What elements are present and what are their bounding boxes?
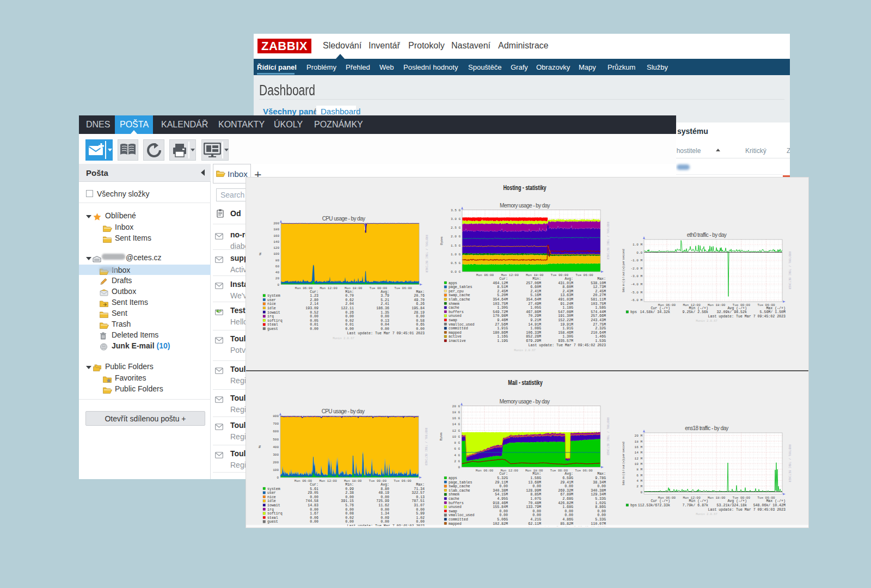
svg-text:0.02: 0.02 [345, 319, 354, 323]
svg-text:5.76: 5.76 [345, 504, 354, 507]
svg-text:133.79M: 133.79M [526, 505, 541, 509]
svg-text:354.64M: 354.64M [493, 298, 508, 302]
svg-text:600: 600 [273, 430, 279, 433]
svg-text:6.59G: 6.59G [562, 476, 573, 480]
svg-text:0.00: 0.00 [310, 327, 318, 331]
svg-text:0.58: 0.58 [416, 319, 425, 323]
svg-text:0: 0 [277, 476, 279, 480]
svg-text:787.51: 787.51 [412, 499, 425, 503]
svg-text:1.5 G: 1.5 G [451, 244, 461, 248]
svg-text:system: system [267, 294, 280, 298]
svg-text:12.73M: 12.73M [593, 285, 606, 289]
svg-text:buffers: buffers [449, 310, 464, 314]
svg-text:0.00: 0.00 [565, 513, 573, 517]
svg-text:Mon 18:00: Mon 18:00 [345, 286, 363, 290]
svg-text:9.78G: 9.78G [595, 476, 606, 480]
svg-text:Cur (-/+): Cur (-/+) [651, 307, 670, 310]
svg-text:active: active [449, 335, 462, 339]
svg-text:8.60M: 8.60M [562, 285, 573, 289]
svg-text:page_tables: page_tables [449, 285, 473, 289]
svg-text:257.66M: 257.66M [591, 314, 606, 318]
svg-text:0.00: 0.00 [416, 520, 425, 524]
svg-text:0.01: 0.01 [345, 323, 354, 327]
svg-text:-3.0 M: -3.0 M [630, 274, 642, 278]
svg-text:200: 200 [273, 461, 279, 464]
svg-text:28.19: 28.19 [414, 311, 425, 315]
svg-text:Mon 18:00: Mon 18:00 [344, 479, 362, 483]
svg-text:slab_cache: slab_cache [449, 489, 470, 493]
svg-text:12 M: 12 M [635, 457, 643, 461]
svg-text:1.53G: 1.53G [595, 339, 606, 343]
svg-text:unused: unused [449, 505, 462, 509]
svg-text:49.70: 49.70 [414, 298, 425, 302]
svg-text:swap: swap [449, 510, 457, 513]
svg-text:2.41: 2.41 [381, 302, 389, 306]
svg-text:1.58G: 1.58G [595, 306, 606, 310]
svg-text:Mon 12:00: Mon 12:00 [501, 273, 519, 277]
svg-text:0.08: 0.08 [345, 512, 354, 516]
svg-text:20: 20 [275, 277, 280, 280]
svg-text:mapped: mapped [449, 522, 462, 526]
svg-text:-1.0 M: -1.0 M [630, 259, 642, 262]
svg-text:2.38: 2.38 [345, 491, 354, 495]
svg-text:354.64M: 354.64M [526, 298, 541, 302]
svg-text:0.00: 0.00 [345, 520, 354, 524]
svg-text:71.34: 71.34 [414, 487, 425, 491]
svg-text:5.06G: 5.06G [497, 518, 508, 522]
svg-text:54.15M: 54.15M [495, 493, 508, 497]
svg-text:27.56M: 27.56M [495, 323, 508, 327]
svg-text:0.52: 0.52 [310, 311, 318, 315]
svg-text:13.68M: 13.68M [528, 481, 541, 485]
svg-text:2 M: 2 M [636, 485, 642, 488]
svg-text:91.24M: 91.24M [560, 302, 573, 306]
svg-text:1.02G: 1.02G [595, 501, 606, 505]
svg-text:Cur (-/+): Cur (-/+) [651, 499, 670, 503]
svg-text:1.56G: 1.56G [530, 476, 541, 480]
svg-text:538.10M: 538.10M [591, 281, 606, 285]
svg-text:apps: apps [449, 476, 457, 480]
svg-text:467.86M: 467.86M [526, 310, 541, 314]
svg-text:85.82M: 85.82M [560, 522, 573, 526]
svg-text:195.84: 195.84 [412, 307, 425, 310]
svg-text:5.61: 5.61 [310, 487, 318, 491]
svg-text:cache: cache [449, 497, 459, 501]
svg-text:1.34: 1.34 [381, 512, 389, 516]
svg-text:60: 60 [275, 265, 280, 268]
svg-text:0.00: 0.00 [310, 495, 318, 499]
svg-text:0.00: 0.00 [499, 485, 508, 488]
svg-text:1.18G: 1.18G [562, 306, 573, 310]
svg-text:idle: idle [267, 499, 276, 503]
svg-text:38.34M: 38.34M [593, 481, 606, 485]
svg-text:548.06k/ 10.42M: 548.06k/ 10.42M [753, 504, 786, 507]
svg-text:191.30M: 191.30M [558, 314, 573, 318]
svg-text:Last update: Tue Mar 7 09:45:: Last update: Tue Mar 7 09:45:03 2023 [708, 508, 786, 512]
svg-text:80: 80 [275, 259, 280, 262]
svg-text:1.0 G: 1.0 G [451, 253, 461, 256]
svg-text:2.5 G: 2.5 G [451, 226, 461, 230]
svg-text:40: 40 [275, 271, 280, 274]
svg-text:0.00: 0.00 [597, 485, 606, 488]
svg-text:%: % [257, 445, 261, 448]
svg-text:Hosting - statistiky: Hosting - statistiky [503, 183, 547, 191]
svg-text:27.75M: 27.75M [593, 323, 606, 327]
svg-text:1.23: 1.23 [310, 294, 318, 298]
svg-text:1.30G: 1.30G [562, 335, 573, 339]
svg-text:0.00: 0.00 [499, 510, 508, 513]
svg-text:Max:: Max: [416, 290, 425, 294]
svg-text:243.43M: 243.43M [591, 318, 606, 322]
svg-text:Cur:: Cur: [499, 472, 508, 476]
svg-text:vmalloc_used: vmalloc_used [449, 323, 475, 327]
svg-text:2.43M: 2.43M [562, 290, 573, 293]
svg-text:Mon 06:00: Mon 06:00 [476, 273, 494, 277]
svg-text:swap: swap [449, 318, 457, 322]
svg-text:5.16M: 5.16M [530, 293, 541, 297]
svg-text:committed: committed [449, 518, 468, 522]
svg-text:5.21: 5.21 [381, 298, 389, 302]
svg-text:Last update: Tue Mar 7 09:45:: Last update: Tue Mar 7 09:45:02 2023 [529, 344, 606, 347]
svg-text:0.04: 0.04 [381, 323, 389, 327]
svg-text:2.68G: 2.68G [562, 497, 573, 501]
svg-text:2.80: 2.80 [310, 298, 318, 302]
svg-text:Avg (-/+): Avg (-/+) [727, 499, 747, 503]
svg-text:16 G: 16 G [452, 416, 461, 420]
svg-text:Mon 06:00: Mon 06:00 [295, 286, 313, 290]
